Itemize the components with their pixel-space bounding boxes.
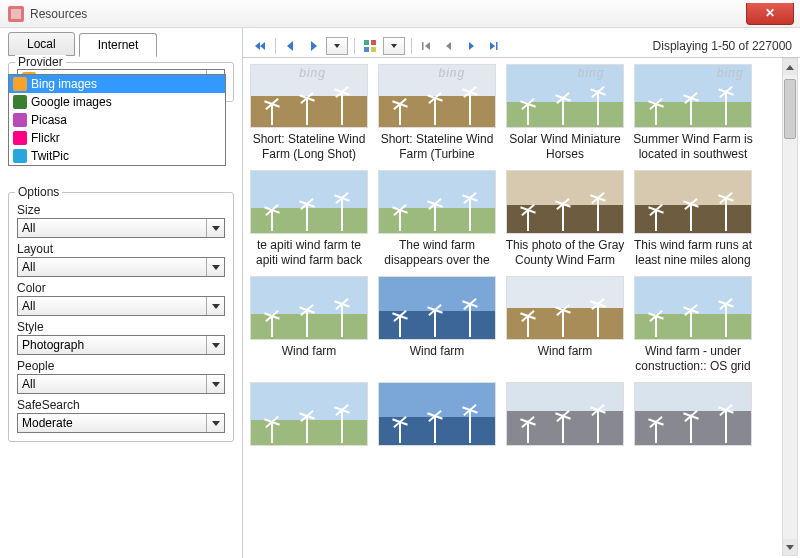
chevron-down-icon[interactable] [206, 258, 224, 276]
result-item[interactable]: Short: Stateline Wind Farm (Long Shot) [249, 64, 369, 164]
style-label: Style [17, 320, 225, 334]
people-combobox[interactable]: All [17, 374, 225, 394]
provider-icon [13, 149, 27, 163]
chevron-down-icon[interactable] [206, 297, 224, 315]
result-caption: Wind farm - under construction:: OS grid… [633, 344, 753, 376]
result-item[interactable] [249, 382, 369, 482]
svg-rect-3 [371, 40, 376, 45]
provider-icon [13, 131, 27, 145]
provider-option-label: Bing images [31, 77, 97, 91]
history-dropdown[interactable] [326, 37, 348, 55]
close-button[interactable]: ✕ [746, 3, 794, 25]
nav-first-button[interactable] [418, 37, 436, 55]
result-item[interactable]: Summer Wind Farm is located in southwest… [633, 64, 753, 164]
safesearch-combobox[interactable]: Moderate [17, 413, 225, 433]
result-thumbnail[interactable] [378, 382, 496, 446]
safesearch-label: SafeSearch [17, 398, 225, 412]
result-item[interactable] [377, 382, 497, 482]
result-caption: Wind farm [282, 344, 337, 376]
result-item[interactable]: Wind farm - under construction:: OS grid… [633, 276, 753, 376]
provider-option[interactable]: Picasa [9, 111, 225, 129]
result-thumbnail[interactable] [506, 170, 624, 234]
tab-local[interactable]: Local [8, 32, 75, 56]
result-thumbnail[interactable] [378, 276, 496, 340]
scroll-down-button[interactable] [783, 539, 797, 555]
tab-internet[interactable]: Internet [79, 33, 158, 57]
result-item[interactable] [633, 382, 753, 482]
result-item[interactable]: The wind farm disappears over the hi... [377, 170, 497, 270]
options-group: Options Size All Layout All Color All St… [8, 192, 234, 442]
layout-combobox[interactable]: All [17, 257, 225, 277]
result-thumbnail[interactable] [378, 64, 496, 128]
left-panel: Local Internet Provider Bing images Bing… [0, 28, 243, 558]
view-mode-dropdown[interactable] [383, 37, 405, 55]
result-thumbnail[interactable] [506, 382, 624, 446]
view-mode-button[interactable] [361, 37, 379, 55]
result-caption: This photo of the Gray County Wind Farm … [505, 238, 625, 270]
back-button[interactable] [282, 37, 300, 55]
result-thumbnail[interactable] [634, 276, 752, 340]
nav-prev-button[interactable] [440, 37, 458, 55]
results-gallery[interactable]: Short: Stateline Wind Farm (Long Shot)Sh… [243, 58, 800, 558]
color-combobox[interactable]: All [17, 296, 225, 316]
chevron-down-icon[interactable] [206, 336, 224, 354]
nav-last-button[interactable] [484, 37, 502, 55]
result-caption: Short: Stateline Wind Farm (Turbine Clus… [377, 132, 497, 164]
result-caption: Solar Wind Miniature Horses [505, 132, 625, 164]
result-item[interactable] [505, 382, 625, 482]
provider-option-label: TwitPic [31, 149, 69, 163]
scroll-thumb[interactable] [784, 79, 796, 139]
toolbar: Displaying 1-50 of 227000 [243, 34, 800, 58]
result-thumbnail[interactable] [634, 170, 752, 234]
provider-option[interactable]: TwitPic [9, 147, 225, 165]
layout-label: Layout [17, 242, 225, 256]
scroll-up-button[interactable] [783, 59, 797, 75]
result-thumbnail[interactable] [250, 170, 368, 234]
results-count: Displaying 1-50 of 227000 [653, 39, 792, 53]
scrollbar[interactable] [782, 58, 798, 556]
titlebar: Resources ✕ [0, 0, 800, 28]
result-caption: te apiti wind farm te apiti wind farm ba… [249, 238, 369, 270]
people-label: People [17, 359, 225, 373]
result-thumbnail[interactable] [378, 170, 496, 234]
provider-option[interactable]: Google images [9, 93, 225, 111]
result-thumbnail[interactable] [250, 382, 368, 446]
chevron-down-icon[interactable] [206, 375, 224, 393]
svg-rect-2 [364, 40, 369, 45]
chevron-down-icon[interactable] [206, 219, 224, 237]
result-caption: This wind farm runs at least nine miles … [633, 238, 753, 270]
nav-next-button[interactable] [462, 37, 480, 55]
provider-option-label: Google images [31, 95, 112, 109]
svg-rect-7 [496, 42, 498, 50]
rewind-button[interactable] [251, 37, 269, 55]
chevron-down-icon[interactable] [206, 414, 224, 432]
result-thumbnail[interactable] [250, 276, 368, 340]
result-thumbnail[interactable] [634, 64, 752, 128]
result-item[interactable]: te apiti wind farm te apiti wind farm ba… [249, 170, 369, 270]
style-combobox[interactable]: Photograph [17, 335, 225, 355]
provider-option[interactable]: Bing images [9, 75, 225, 93]
result-caption: Wind farm [538, 344, 593, 376]
result-item[interactable]: This photo of the Gray County Wind Farm … [505, 170, 625, 270]
provider-icon [13, 113, 27, 127]
svg-rect-5 [371, 47, 376, 52]
result-thumbnail[interactable] [250, 64, 368, 128]
result-thumbnail[interactable] [634, 382, 752, 446]
result-item[interactable]: This wind farm runs at least nine miles … [633, 170, 753, 270]
provider-option[interactable]: Flickr [9, 129, 225, 147]
result-item[interactable]: Solar Wind Miniature Horses [505, 64, 625, 164]
size-combobox[interactable]: All [17, 218, 225, 238]
provider-dropdown-list[interactable]: Bing imagesGoogle imagesPicasaFlickrTwit… [8, 74, 226, 166]
result-item[interactable]: Wind farm [249, 276, 369, 376]
forward-button[interactable] [304, 37, 322, 55]
provider-option-label: Picasa [31, 113, 67, 127]
result-caption: Short: Stateline Wind Farm (Long Shot) [249, 132, 369, 164]
result-item[interactable]: Wind farm [377, 276, 497, 376]
provider-icon [13, 95, 27, 109]
result-caption: Wind farm [410, 344, 465, 376]
result-thumbnail[interactable] [506, 276, 624, 340]
size-label: Size [17, 203, 225, 217]
result-item[interactable]: Wind farm [505, 276, 625, 376]
result-item[interactable]: Short: Stateline Wind Farm (Turbine Clus… [377, 64, 497, 164]
result-thumbnail[interactable] [506, 64, 624, 128]
